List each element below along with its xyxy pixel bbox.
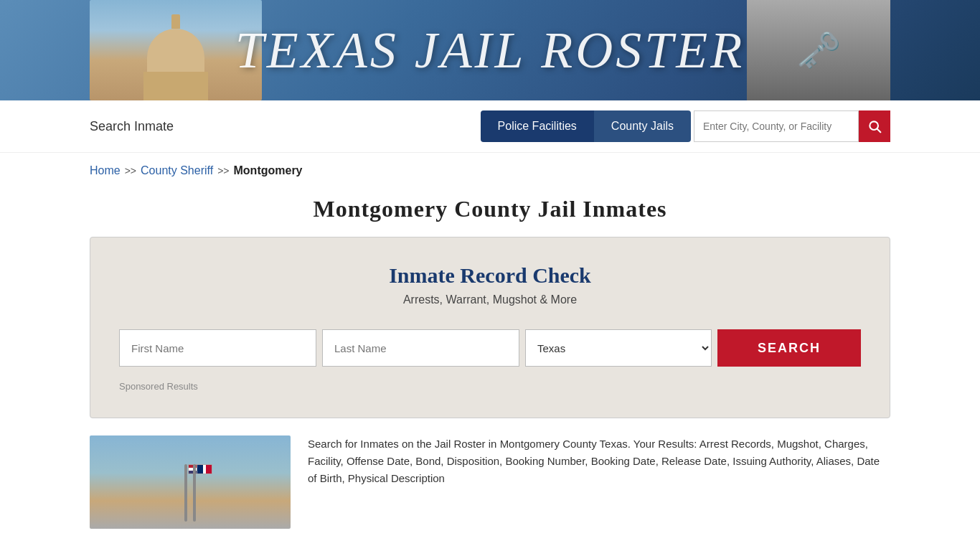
svg-line-1 — [877, 129, 881, 133]
header-banner: Texas Jail Roster 🗝️ — [0, 0, 980, 100]
breadcrumb-current: Montgomery — [234, 164, 303, 177]
texas-flag — [197, 464, 212, 474]
search-card: Inmate Record Check Arrests, Warrant, Mu… — [90, 237, 890, 418]
bottom-description: Search for Inmates on the Jail Roster in… — [308, 435, 890, 487]
sponsored-label: Sponsored Results — [119, 381, 861, 392]
flag-pole-2 — [193, 464, 196, 522]
nav-search-wrap — [694, 110, 890, 142]
breadcrumb-sep-1: >> — [125, 165, 136, 176]
first-name-input[interactable] — [119, 329, 316, 367]
keys-icon: 🗝️ — [796, 29, 841, 71]
breadcrumb: Home >> County Sheriff >> Montgomery — [0, 153, 980, 184]
bottom-image — [90, 435, 291, 529]
county-jails-button[interactable]: County Jails — [594, 110, 691, 142]
flags-decoration — [184, 435, 196, 529]
breadcrumb-home[interactable]: Home — [90, 164, 121, 177]
search-fields: Texas Alabama Alaska Arizona Arkansas Ca… — [119, 329, 861, 367]
dome-body — [147, 29, 204, 72]
search-submit-button[interactable]: SEARCH — [717, 329, 861, 367]
nav-right: Police Facilities County Jails — [481, 110, 890, 142]
capitol-dome — [140, 14, 212, 100]
last-name-input[interactable] — [322, 329, 519, 367]
banner-title-text: Texas Jail Roster — [235, 22, 745, 79]
bottom-section: Search for Inmates on the Jail Roster in… — [90, 435, 890, 529]
dome-base — [143, 72, 208, 100]
nav-search-button[interactable] — [859, 110, 890, 142]
state-select[interactable]: Texas Alabama Alaska Arizona Arkansas Ca… — [525, 329, 712, 367]
search-icon — [867, 119, 882, 133]
police-facilities-button[interactable]: Police Facilities — [481, 110, 594, 142]
breadcrumb-sep-2: >> — [217, 165, 229, 176]
banner-title: Texas Jail Roster — [235, 21, 745, 80]
search-inmate-label: Search Inmate — [90, 119, 174, 134]
keys-image: 🗝️ — [747, 0, 890, 100]
flag-pole-1 — [184, 464, 187, 522]
dome-top — [171, 14, 180, 29]
navbar: Search Inmate Police Facilities County J… — [0, 100, 980, 153]
nav-search-input[interactable] — [694, 110, 859, 142]
breadcrumb-county-sheriff[interactable]: County Sheriff — [141, 164, 213, 177]
search-card-title: Inmate Record Check — [119, 263, 861, 288]
page-title: Montgomery County Jail Inmates — [0, 196, 980, 222]
search-card-subtitle: Arrests, Warrant, Mugshot & More — [119, 293, 861, 306]
page-title-wrap: Montgomery County Jail Inmates — [0, 184, 980, 237]
